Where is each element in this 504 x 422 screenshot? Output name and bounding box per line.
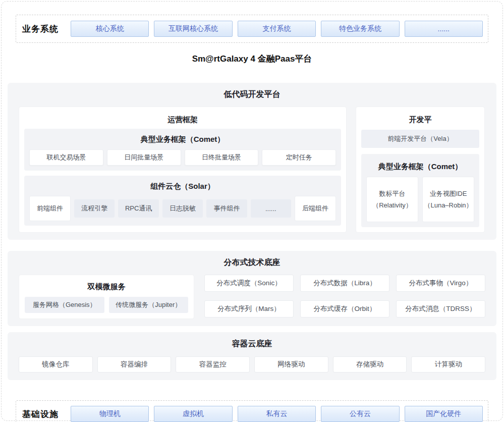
solar-item-rpc: RPC通讯 [118,199,158,218]
solar-item-log-masking: 日志脱敏 [162,199,203,218]
dual-microservice-panel: 双模微服务 服务网格（Genesis） 传统微服务（Jupiter） [19,275,194,319]
business-system-internet-core: 互联网核心系统 [154,21,232,37]
comet-item-scheduled-task: 定时任务 [262,149,336,166]
infrastructure-strip: 基础设施 物理机 虚拟机 私有云 公有云 国产化硬件 [16,400,488,422]
dev-platform-title: 开发平 [361,115,479,125]
operation-framework-title: 运营框架 [24,115,341,125]
dev-comet-title: 典型业务框架（Comet） [366,162,474,172]
cloud-item-storage-driver: 存储驱动 [333,356,407,373]
infrastructure-items: 物理机 虚拟机 私有云 公有云 国产化硬件 [71,406,483,422]
infra-item-domestic-hardware: 国产化硬件 [405,406,483,422]
business-system-payment: 支付系统 [238,21,316,37]
container-cloud-title: 容器云底座 [19,332,485,351]
distributed-items: 分布式调度（Sonic） 分布式数据（Libra） 分布式事物（Virgo） 分… [204,275,485,319]
business-system-special: 特色业务系统 [321,21,399,37]
dual-item-genesis: 服务网格（Genesis） [25,297,104,313]
dist-item-virgo: 分布式事物（Virgo） [396,275,485,292]
comet-framework-panel: 典型业务框架（Comet） 联机交易场景 日间批量场景 日终批量场景 定时任务 [24,129,341,171]
dev-item-luna-robin: 业务视图IDE （Luna–Robin） [422,177,474,222]
dual-microservice-items: 服务网格（Genesis） 传统微服务（Jupiter） [23,297,190,314]
cloud-item-network-driver: 网络驱动 [254,356,328,373]
cloud-item-image-registry: 镜像仓库 [19,356,93,373]
dual-item-jupiter: 传统微服务（Jupiter） [109,297,189,313]
comet-framework-title: 典型业务框架（Comet） [29,135,336,144]
cloud-item-orchestration: 容器编排 [97,356,172,373]
cloud-item-compute-driver: 计算驱动 [411,356,485,373]
business-systems-strip: 业务系统 核心系统 互联网核心系统 支付系统 特色业务系统 ...... [16,15,488,43]
solar-item-backend-components: 后端组件 [295,196,336,221]
lowcode-grid: 运营框架 典型业务框架（Comet） 联机交易场景 日间批量场景 日终批量场景 … [19,107,485,233]
comet-item-online-trade: 联机交易场景 [29,149,103,166]
container-cloud-items: 镜像仓库 容器编排 容器监控 网络驱动 存储驱动 计算驱动 [19,356,485,373]
infra-item-private-cloud: 私有云 [238,406,316,422]
dist-item-orbit: 分布式缓存（Orbit） [300,300,389,318]
vela-frontend-platform: 前端开发平台（Vela） [361,130,479,148]
dev-item-relativity: 数标平台 （Relativity） [366,177,418,222]
comet-item-eod-batch: 日终批量场景 [185,149,259,166]
business-system-more: ...... [405,21,483,37]
operation-framework-panel: 运营框架 典型业务框架（Comet） 联机交易场景 日间批量场景 日终批量场景 … [19,107,347,233]
dev-comet-panel: 典型业务框架（Comet） 数标平台 （Relativity） 业务视图IDE … [361,154,479,227]
distributed-base-section: 分布式技术底座 双模微服务 服务网格（Genesis） 传统微服务（Jupite… [8,251,496,326]
distributed-section-title: 分布式技术底座 [19,251,485,270]
platform-title: Sm@rtGalaxy 4 金融Paas平台 [8,53,496,65]
distributed-grid: 双模微服务 服务网格（Genesis） 传统微服务（Jupiter） 分布式调度… [19,275,485,319]
dist-item-sonic: 分布式调度（Sonic） [204,275,294,292]
dev-platform-panel: 开发平 前端开发平台（Vela） 典型业务框架（Comet） 数标平台 （Rel… [356,107,485,233]
solar-item-process-engine: 流程引擎 [74,199,115,218]
container-cloud-section: 容器云底座 镜像仓库 容器编排 容器监控 网络驱动 存储驱动 计算驱动 [8,332,496,380]
infrastructure-label: 基础设施 [22,408,71,420]
solar-item-frontend-components: 前端组件 [29,196,71,221]
solar-component-panel: 组件云仓（Solar） 前端组件 流程引擎 RPC通讯 日志脱敏 事件组件 ..… [24,176,341,226]
lowcode-platform-section: 低代码开发平台 运营框架 典型业务框架（Comet） 联机交易场景 日间批量场景… [8,83,496,240]
architecture-diagram-card: 业务系统 核心系统 互联网核心系统 支付系统 特色业务系统 ...... Sm@… [1,1,503,421]
solar-item-event-components: 事件组件 [206,199,247,218]
lowcode-section-title: 低代码开发平台 [19,83,485,101]
dev-comet-items: 数标平台 （Relativity） 业务视图IDE （Luna–Robin） [366,177,474,222]
solar-component-items: 前端组件 流程引擎 RPC通讯 日志脱敏 事件组件 ...... 后端组件 [29,196,336,221]
dist-item-tdrss: 分布式消息（TDRSS） [396,300,485,318]
solar-component-title: 组件云仓（Solar） [29,182,336,191]
solar-item-more: ...... [251,199,291,218]
infra-item-virtual-machine: 虚拟机 [154,406,232,422]
business-system-core: 核心系统 [71,21,149,37]
comet-framework-items: 联机交易场景 日间批量场景 日终批量场景 定时任务 [29,149,336,166]
dist-item-mars: 分布式序列（Mars） [204,300,294,318]
comet-item-day-batch: 日间批量场景 [107,149,181,166]
dist-item-libra: 分布式数据（Libra） [300,275,389,292]
infra-item-physical-machine: 物理机 [71,406,149,422]
dual-microservice-title: 双模微服务 [23,282,190,292]
business-systems-items: 核心系统 互联网核心系统 支付系统 特色业务系统 ...... [71,21,483,37]
cloud-item-monitoring: 容器监控 [176,356,250,373]
business-systems-label: 业务系统 [22,23,71,35]
infra-item-public-cloud: 公有云 [321,406,399,422]
